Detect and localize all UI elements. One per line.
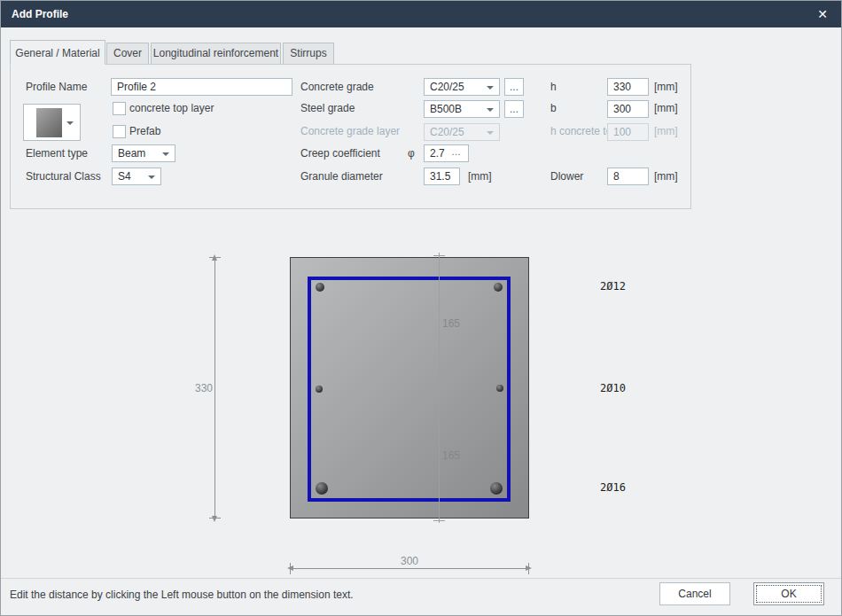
- h-unit: [mm]: [654, 81, 678, 93]
- rebar-bottom-label: 2Ø16: [600, 481, 626, 494]
- rebar-middle-label: 2Ø10: [600, 382, 626, 394]
- tab-cover[interactable]: Cover: [106, 43, 149, 65]
- h-label: h: [550, 81, 557, 93]
- chevron-down-icon: [487, 86, 494, 90]
- height-dimension-text[interactable]: 330: [189, 382, 213, 394]
- statusbar-divider: [1, 578, 841, 579]
- structural-class-label: Structural Class: [26, 170, 101, 183]
- concrete-top-layer-checkbox[interactable]: [113, 102, 126, 115]
- concrete-grade-layer-value: C20/25: [430, 126, 464, 138]
- profile-name-input[interactable]: [111, 78, 292, 96]
- h-concrete-top-input: [607, 123, 649, 141]
- chevron-down-icon: [66, 121, 74, 125]
- dlower-unit: [mm]: [654, 170, 678, 183]
- dim-arrow-right-icon: [526, 565, 532, 571]
- h-concrete-top-unit: [mm]: [654, 125, 678, 137]
- centerline-tick-top: [433, 255, 445, 256]
- tab-stirrups[interactable]: Stirrups: [283, 43, 334, 65]
- chevron-down-icon: [487, 108, 494, 112]
- concrete-grade-more-button[interactable]: ...: [504, 78, 524, 96]
- tab-longitudinal-reinforcement[interactable]: Longitudinal reinforcement: [151, 43, 281, 65]
- creep-coefficient-label: Creep coefficient: [300, 147, 380, 160]
- rebar-dot: [494, 283, 503, 292]
- concrete-grade-select[interactable]: C20/25: [424, 78, 500, 96]
- h-concrete-top-label: h concrete top: [550, 125, 607, 137]
- b-input[interactable]: [607, 100, 649, 118]
- status-text: Edit the distance by clicking the Left m…: [10, 589, 354, 601]
- tab-general-material[interactable]: General / Material: [10, 40, 105, 65]
- structural-class-value: S4: [118, 170, 131, 183]
- phi-symbol: φ: [408, 147, 415, 160]
- hatch-swatch-icon: [36, 108, 62, 137]
- prefab-label: Prefab: [129, 125, 160, 137]
- concrete-grade-label: Concrete grade: [300, 81, 374, 93]
- ok-button[interactable]: OK: [753, 582, 824, 605]
- tab-label: Longitudinal reinforcement: [153, 47, 278, 59]
- tab-label: Cover: [113, 47, 142, 59]
- concrete-grade-value: C20/25: [430, 81, 464, 93]
- structural-class-select[interactable]: S4: [112, 168, 161, 185]
- steel-grade-select[interactable]: B500B: [424, 100, 500, 118]
- steel-grade-more-button[interactable]: ...: [504, 100, 524, 118]
- creep-more-icon[interactable]: …: [451, 146, 462, 157]
- centerline-tick-center: [433, 388, 446, 389]
- rebar-dot: [316, 386, 323, 393]
- rebar-dot: [496, 385, 503, 392]
- rebar-top-label: 2Ø12: [600, 280, 626, 292]
- stirrup-outline: [308, 277, 511, 502]
- creep-coefficient-input[interactable]: [424, 144, 469, 162]
- add-profile-dialog: Add Profile ✕ General / Material Cover L…: [0, 0, 842, 616]
- height-dimension-line: [214, 257, 215, 519]
- tab-label: General / Material: [15, 47, 99, 59]
- prefab-checkbox[interactable]: [113, 125, 126, 138]
- b-unit: [mm]: [654, 102, 678, 114]
- rebar-dot: [490, 482, 503, 495]
- width-dimension-line: [290, 568, 529, 569]
- granule-diameter-input[interactable]: [424, 168, 460, 185]
- dlower-input[interactable]: [607, 168, 649, 185]
- granule-diameter-unit: [mm]: [468, 170, 492, 183]
- element-type-value: Beam: [118, 147, 145, 160]
- lower-half-dimension[interactable]: 165: [442, 449, 460, 462]
- dim-arrow-left-icon: [287, 565, 293, 571]
- upper-half-dimension[interactable]: 165: [442, 317, 460, 330]
- chevron-down-icon: [487, 131, 494, 135]
- h-input[interactable]: [607, 78, 649, 96]
- granule-diameter-label: Granule diameter: [300, 170, 383, 183]
- tab-label: Stirrups: [290, 47, 326, 59]
- profile-name-label: Profile Name: [26, 81, 87, 93]
- element-type-label: Element type: [26, 147, 88, 160]
- close-icon[interactable]: ✕: [817, 7, 828, 21]
- dim-arrow-up-icon: [212, 254, 217, 261]
- concrete-top-layer-label: concrete top layer: [129, 102, 214, 114]
- steel-grade-label: Steel grade: [300, 102, 355, 114]
- chevron-down-icon: [148, 175, 155, 179]
- concrete-grade-layer-select: C20/25: [424, 123, 500, 141]
- concrete-grade-layer-label: Concrete grade layer: [300, 125, 400, 137]
- cancel-button[interactable]: Cancel: [659, 582, 730, 605]
- element-type-select[interactable]: Beam: [112, 144, 175, 162]
- b-label: b: [550, 102, 557, 114]
- dim-arrow-down-icon: [212, 516, 217, 522]
- rebar-dot: [316, 482, 328, 495]
- centerline-tick-bottom: [433, 520, 445, 521]
- steel-grade-value: B500B: [430, 103, 462, 115]
- rebar-dot: [316, 283, 324, 292]
- hatch-style-dropdown[interactable]: [23, 104, 81, 141]
- chevron-down-icon: [162, 152, 169, 156]
- window-title: Add Profile: [12, 8, 68, 20]
- dlower-label: Dlower: [550, 170, 583, 183]
- width-dimension-text[interactable]: 300: [395, 555, 424, 567]
- title-bar: Add Profile ✕: [1, 1, 841, 27]
